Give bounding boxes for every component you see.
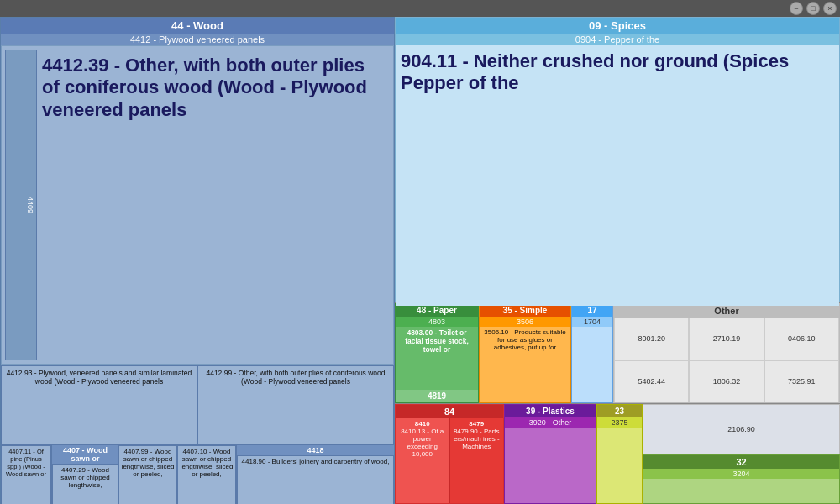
spices-subheader: 0904 - Pepper of the — [396, 34, 839, 45]
top-bar: − □ × — [0, 0, 840, 17]
section-17[interactable]: 17 1704 — [571, 303, 613, 403]
wood-4407-99[interactable]: 4407.99 - Wood sawn or chipped lengthwis… — [118, 445, 177, 504]
simple-header: 35 - Simple — [480, 304, 570, 317]
section-84-left-header: 8410 — [397, 420, 448, 428]
other-section: Other 8001.20 2710.19 0406.10 5402.44 18… — [613, 303, 840, 403]
spices-title: 904.11 - Neither crushed nor ground (Spi… — [401, 50, 834, 94]
simple-subheader: 3506 — [480, 317, 570, 327]
other-extra-cell[interactable]: 2106.90 — [643, 404, 840, 454]
section-23-body — [597, 428, 642, 503]
wood-main-content: 4412.39 - Other, with both outer plies o… — [37, 50, 390, 126]
other-cell-0[interactable]: 8001.20 — [614, 318, 689, 360]
other-header: Other — [614, 304, 839, 318]
section-32-header: 32 — [643, 455, 839, 469]
section-32-body — [643, 479, 839, 504]
wood-4418-cell: 4418 4418.90 - Builders' joinery and car… — [236, 445, 394, 504]
wood-4407-header: 4407 - Wood sawn or — [52, 445, 118, 464]
other-cell-3[interactable]: 5402.44 — [614, 360, 689, 403]
section-32-sub: 3204 — [643, 469, 839, 479]
paper-section[interactable]: 48 - Paper 4803 4803.00 - Toilet or faci… — [395, 303, 479, 403]
section-23-sub: 2375 — [597, 417, 642, 428]
paper-header: 48 - Paper — [396, 304, 478, 317]
wood-4418-header: 4418 — [237, 445, 394, 455]
paper-bottom: 4819 — [396, 390, 478, 402]
plastics-subheader: 3920 - Other — [505, 417, 596, 428]
other-cell-4[interactable]: 1806.32 — [689, 360, 764, 403]
section-84-header: 84 — [396, 405, 503, 418]
simple-section[interactable]: 35 - Simple 3506 3506.10 - Products suit… — [479, 303, 571, 403]
section-84-body: 8410 8410.13 - Of a power exceeding 10,0… — [396, 418, 503, 503]
wood-mid-row: 4412.93 - Plywood, veneered panels and s… — [1, 365, 394, 444]
section-84-left[interactable]: 8410 8410.13 - Of a power exceeding 10,0… — [396, 418, 450, 503]
treemap-container: − □ × 44 - Wood 4412 - Plywood veneered … — [0, 0, 840, 504]
other-cell-1[interactable]: 2710.19 — [689, 318, 764, 360]
wood-4407-10[interactable]: 4407.10 - Wood sawn or chipped lengthwis… — [177, 445, 236, 504]
other-cell-5[interactable]: 7325.91 — [764, 360, 839, 403]
paper-subheader: 4803 — [396, 317, 478, 327]
other-grid: 8001.20 2710.19 0406.10 5402.44 1806.32 … — [614, 318, 839, 402]
close-icon[interactable]: × — [823, 2, 837, 15]
plastics-section[interactable]: 39 - Plastics 3920 - Other — [504, 404, 596, 504]
wood-strip-4407-header-cell: 4407 - Wood sawn or 4407.29 - Wood sawn … — [51, 445, 118, 504]
section-17-body — [572, 327, 612, 402]
bottom-row: 84 8410 8410.13 - Of a power exceeding 1… — [395, 403, 840, 504]
wood-strip-4407-11[interactable]: 4407.11 - Of pine (Pinus spp.) (Wood - W… — [1, 445, 51, 504]
section-32[interactable]: 32 3204 — [643, 454, 840, 505]
section-23-header: 23 — [597, 405, 642, 417]
wood-cell-4412-99[interactable]: 4412.99 - Other, with both outer plies o… — [197, 365, 394, 444]
right-panel: 09 - Spices 0904 - Pepper of the 904.11 … — [395, 17, 840, 504]
other-extra-value: 2106.90 — [727, 425, 755, 433]
plastics-body — [505, 428, 596, 503]
maximize-icon[interactable]: □ — [806, 2, 820, 15]
section-84-right-content: 8479.90 - Parts ers/mach ines - Machines — [452, 428, 502, 450]
spices-main: 904.11 - Neither crushed nor ground (Spi… — [396, 45, 839, 306]
spices-section[interactable]: 09 - Spices 0904 - Pepper of the 904.11 … — [395, 17, 840, 302]
section-17-header: 17 — [572, 304, 612, 317]
wood-4407-29[interactable]: 4407.29 - Wood sawn or chipped lengthwis… — [52, 464, 118, 504]
main-layout: 44 - Wood 4412 - Plywood veneered panels… — [0, 17, 840, 504]
wood-main-title: 4412.39 - Other, with both outer plies o… — [42, 55, 385, 121]
other-cell-2[interactable]: 0406.10 — [764, 318, 839, 360]
minimize-icon[interactable]: − — [790, 2, 803, 15]
wood-bottom-strip: 4407.11 - Of pine (Pinus spp.) (Wood - W… — [1, 444, 394, 504]
section-84-left-content: 8410.13 - Of a power exceeding 10,000 — [397, 428, 448, 458]
section-17-sub: 1704 — [572, 317, 612, 327]
wood-cell-4412-93[interactable]: 4412.93 - Plywood, veneered panels and s… — [1, 365, 197, 444]
simple-main: 3506.10 - Products suitable for use as g… — [480, 327, 570, 402]
paper-main: 4803.00 - Toilet or facial tissue stock,… — [396, 327, 478, 390]
section-84-right[interactable]: 8479 8479.90 - Parts ers/mach ines - Mac… — [450, 418, 504, 503]
section-23[interactable]: 23 2375 — [596, 404, 643, 504]
wood-main-cell[interactable]: 4409 4412.39 - Other, with both outer pl… — [1, 45, 394, 365]
middle-row: 48 - Paper 4803 4803.00 - Toilet or faci… — [395, 302, 840, 403]
wood-panel: 44 - Wood 4412 - Plywood veneered panels… — [0, 17, 395, 504]
spices-header: 09 - Spices — [396, 18, 839, 34]
wood-subheader: 4412 - Plywood veneered panels — [1, 34, 394, 45]
section-84: 84 8410 8410.13 - Of a power exceeding 1… — [395, 404, 504, 504]
section-84-right-header: 8479 — [452, 420, 502, 428]
wood-side-label: 4409 — [5, 50, 37, 360]
wood-4418-90[interactable]: 4418.90 - Builders' joinery and carpentr… — [237, 455, 394, 504]
plastics-header: 39 - Plastics — [505, 405, 596, 417]
wood-header: 44 - Wood — [1, 18, 394, 34]
bottom-right: 2106.90 32 3204 — [643, 404, 840, 504]
